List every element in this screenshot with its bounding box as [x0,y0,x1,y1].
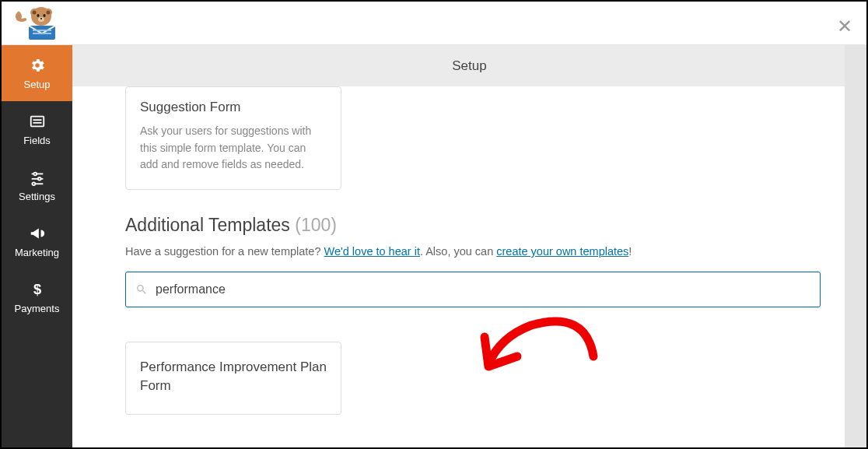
template-count: (100) [295,215,337,235]
svg-point-8 [40,18,42,19]
svg-text:$: $ [33,281,40,297]
sidebar-item-setup[interactable]: Setup [2,45,72,101]
svg-point-4 [47,10,51,14]
scroll-edge [845,45,866,447]
template-card-suggested[interactable]: Suggestion Form Ask your users for sugge… [125,86,341,190]
close-icon[interactable]: ✕ [837,16,852,37]
svg-rect-10 [33,30,51,31]
svg-point-5 [37,14,39,17]
create-template-link[interactable]: create your own templates [496,245,628,258]
template-result-title: Performance Improvement Plan Form [140,358,327,395]
tab-setup[interactable]: Setup [452,58,486,74]
template-card-result[interactable]: Performance Improvement Plan Form [125,342,341,415]
gear-icon [29,57,46,74]
dollar-icon: $ [29,281,46,298]
search-icon [135,283,148,296]
sliders-icon [29,169,46,186]
sidebar-label: Fields [23,135,51,146]
section-title: Additional Templates (100) [125,215,866,236]
tab-bar: Setup [72,45,866,86]
sidebar-label: Settings [19,191,55,202]
svg-point-6 [43,14,45,17]
sidebar-item-payments[interactable]: $ Payments [2,269,72,325]
sidebar-label: Setup [24,79,51,90]
sidebar-item-fields[interactable]: Fields [2,101,72,157]
svg-rect-11 [33,33,51,34]
svg-point-16 [33,172,37,175]
bullhorn-icon [29,225,46,242]
list-icon [29,113,46,130]
svg-point-3 [33,10,37,14]
sidebar-item-settings[interactable]: Settings [2,157,72,213]
svg-point-18 [37,177,40,181]
sidebar-label: Payments [15,303,60,314]
logo-bar [2,2,866,45]
template-card-title: Suggestion Form [140,100,327,115]
app-logo [16,5,59,41]
suggestion-link[interactable]: We'd love to hear it [324,245,420,258]
sidebar-label: Marketing [15,247,59,258]
template-card-description: Ask your users for suggestions with this… [140,123,327,174]
sidebar: Setup Fields Settings Marketing $ Paymen… [2,2,72,447]
suggestion-text: Have a suggestion for a new template? We… [125,245,866,258]
svg-rect-12 [30,116,44,126]
svg-point-20 [32,182,35,185]
search-box[interactable] [125,272,821,307]
sidebar-item-marketing[interactable]: Marketing [2,213,72,269]
search-input[interactable] [156,282,810,296]
